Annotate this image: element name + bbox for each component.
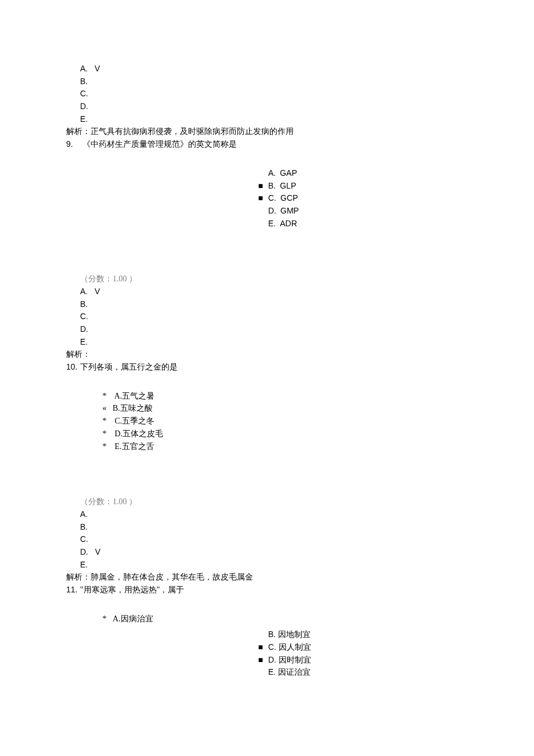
option-d: ■D. 因时制宜 — [253, 654, 534, 667]
explanation: 解析： — [0, 348, 534, 361]
question-11-options: B. 因地制宜 ■C. 因人制宜 ■D. 因时制宜 E. 因证治宜 — [253, 628, 534, 679]
option-b: ■B. GLP — [253, 180, 534, 193]
square-bullet-icon: ■ — [253, 180, 268, 193]
square-bullet-icon: ■ — [253, 192, 268, 205]
option-c: ■C. 因人制宜 — [253, 641, 534, 654]
answer-option-c: C. — [0, 533, 534, 546]
question-10: 10.下列各项，属五行之金的是 — [0, 361, 534, 374]
score-label: （分数：1.00 ） — [0, 273, 534, 285]
option-e: * E.五官之舌 — [96, 440, 534, 453]
option-b: B. 因地制宜 — [253, 628, 534, 641]
answer-option-e: E. — [0, 113, 534, 126]
option-e: E. 因证治宜 — [253, 666, 534, 679]
answer-option-c: C. — [0, 88, 534, 100]
square-bullet-icon: ■ — [253, 654, 268, 667]
option-c: ■C. GCP — [253, 192, 534, 205]
option-e: E. ADR — [253, 218, 534, 230]
question-number: 9. — [66, 138, 80, 151]
question-11-option-a: *A.因病治宜 — [96, 613, 534, 625]
square-bullet-icon: ■ — [253, 641, 268, 654]
answer-option-b: B. — [0, 521, 534, 534]
answer-option-a: A. — [0, 508, 534, 521]
answer-option-a: A. V — [0, 285, 534, 298]
option-a: A. GAP — [253, 167, 534, 180]
answer-option-e: E. — [0, 336, 534, 349]
option-b: «B.五味之酸 — [96, 402, 534, 415]
answer-option-d: D. — [0, 100, 534, 113]
answer-option-b: B. — [0, 298, 534, 311]
question-9-options: A. GAP ■B. GLP ■C. GCP D. GMP E. ADR — [253, 167, 534, 230]
explanation: 解析：正气具有抗御病邪侵袭，及时驱除病邪而防止发病的作用 — [0, 125, 534, 138]
question-text: "用寒远寒，用热远热"，属于 — [80, 585, 184, 594]
question-10-options: * A.五气之暑 «B.五味之酸 * C.五季之冬 * D.五体之皮毛 * E.… — [96, 390, 534, 453]
answer-option-e: E. — [0, 559, 534, 571]
answer-option-b: B. — [0, 75, 534, 88]
question-text: 《中药材生产质量管理规范》的英文简称是 — [80, 140, 237, 149]
question-text: 下列各项，属五行之金的是 — [80, 363, 178, 371]
option-a: *A.因病治宜 — [96, 613, 534, 625]
option-d: D. GMP — [253, 205, 534, 218]
answer-option-d: D. — [0, 323, 534, 336]
explanation: 解析：肺属金，肺在体合皮，其华在毛，故皮毛属金 — [0, 571, 534, 584]
answer-option-a: A. V — [0, 63, 534, 75]
option-a: * A.五气之暑 — [96, 390, 534, 403]
option-d: * D.五体之皮毛 — [96, 428, 534, 440]
question-number: 10. — [66, 361, 80, 374]
score-label: （分数：1.00 ） — [0, 495, 534, 508]
option-c: * C.五季之冬 — [96, 415, 534, 428]
question-number: 11. — [66, 584, 80, 596]
answer-option-c: C. — [0, 310, 534, 323]
answer-option-d: D. V — [0, 546, 534, 559]
question-9: 9. 《中药材生产质量管理规范》的英文简称是 — [0, 138, 534, 151]
question-11: 11."用寒远寒，用热远热"，属于 — [0, 584, 534, 596]
